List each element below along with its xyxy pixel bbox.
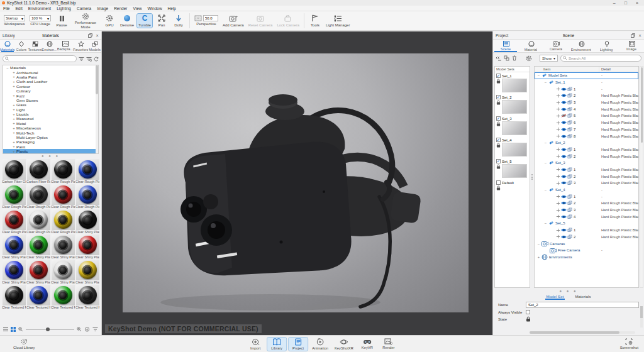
collapse-all-icon[interactable] (496, 56, 501, 61)
scene-row-3[interactable]: 3Hard Rough Plastic Black #2 (535, 180, 638, 187)
dock-render-button[interactable]: Render (379, 338, 398, 350)
expander-icon[interactable]: + (11, 94, 16, 97)
model-set-set_2[interactable]: ✓Set_2 (495, 94, 530, 115)
model-set-name-input[interactable] (526, 302, 639, 308)
lock-icon[interactable] (496, 79, 501, 84)
scene-row-1[interactable]: 1Hard Rough Plastic Black #2 (535, 146, 638, 153)
material-thumbnail[interactable]: Clear Rough Plast... (75, 184, 99, 209)
scene-row-2[interactable]: 2Hard Rough Plastic Black #1 (535, 234, 638, 241)
close-panel-icon[interactable]: × (638, 33, 641, 38)
menu-edit[interactable]: Edit (15, 6, 22, 11)
expander-icon[interactable]: − (543, 141, 548, 145)
material-thumbnail[interactable]: Clear Shiny Plasti... (2, 234, 26, 259)
expander-icon[interactable]: − (543, 221, 548, 225)
model-set-checkbox[interactable]: ✓ (496, 116, 501, 121)
scene-row-6[interactable]: 6Hard Rough Plastic Black #2 (535, 119, 638, 126)
scene-row-8[interactable]: 8Hard Rough Plastic Black #1 (535, 133, 638, 140)
material-thumbnail[interactable]: Clear Rough Plast... (2, 209, 26, 234)
dock-project-button[interactable]: Project (289, 338, 308, 351)
tree-item-liquids[interactable]: +Liquids (3, 112, 98, 116)
expander-icon[interactable]: + (11, 103, 16, 107)
scene-row-2[interactable]: 2Hard Rough Plastic Black #2 (535, 92, 638, 99)
settings-gear-icon[interactable] (526, 55, 532, 62)
material-thumbnail[interactable]: Carbon Fiber Glo... (2, 159, 26, 184)
scene-row-set-4[interactable]: −Set_4- (535, 187, 638, 194)
scene-row-3[interactable]: 3Hard Rough Plastic Black #2 (535, 207, 638, 214)
library-splitter-handle[interactable]: ● ● ● (0, 155, 101, 158)
horizontal-scrollbar[interactable] (530, 331, 635, 334)
material-thumbnail[interactable]: Clear Shiny Plasti... (51, 234, 75, 259)
scene-row-7[interactable]: 7Hard Rough Plastic Black #2 (535, 126, 638, 133)
lock-icon[interactable] (496, 143, 501, 148)
model-set-checkbox[interactable]: ✓ (496, 95, 501, 99)
expander-icon[interactable]: + (11, 145, 16, 148)
light-manager-button[interactable]: Light Manager (325, 14, 351, 28)
expander-icon[interactable]: + (11, 150, 16, 153)
dock-animation-button[interactable]: Animation (310, 338, 330, 351)
library-tab-favorites[interactable]: Favorites (73, 40, 88, 52)
cpu-usage-dropdown[interactable]: 100 % ▾ (30, 15, 51, 21)
scene-row-4[interactable]: 4Hard Rough Plastic Black #2 (535, 213, 638, 220)
material-thumbnail[interactable]: Carbon Fiber Rou... (26, 159, 50, 184)
scene-row-2[interactable]: 2Hard Rough Plastic Black #2 (535, 153, 638, 160)
lock-icon[interactable] (496, 100, 501, 105)
tree-item-light[interactable]: +Light (3, 107, 98, 112)
lock-camera-button[interactable]: Lock Camera (275, 14, 301, 28)
scene-row-5[interactable]: 5Hard Rough Plastic Black #2 (535, 113, 638, 119)
model-set-checkbox[interactable]: ✓ (496, 159, 501, 163)
menu-window[interactable]: Window (147, 6, 162, 11)
expander-icon[interactable]: + (11, 75, 16, 79)
tools-button[interactable]: Tools (308, 14, 323, 28)
scene-row-1[interactable]: 1- (535, 85, 638, 92)
model-set-checkbox[interactable]: ✓ (496, 74, 501, 78)
dock-keyshotxr-button[interactable]: KeyShotXR (333, 338, 355, 351)
library-tab-materials[interactable]: Materials (0, 40, 15, 52)
expander-icon[interactable]: − (5, 66, 10, 70)
download-icon[interactable] (84, 327, 90, 333)
tree-item-culinary[interactable]: Culinary (3, 89, 98, 93)
model-sets-splitter[interactable] (531, 66, 533, 288)
reset-camera-button[interactable]: Reset Camera (247, 14, 274, 28)
expander-icon[interactable]: − (536, 74, 541, 77)
project-tab-scene[interactable]: Scene (493, 40, 518, 52)
material-thumbnail[interactable]: Clear Shiny Plasti... (26, 260, 50, 284)
expander-icon[interactable]: + (11, 80, 16, 84)
scene-row-set-1[interactable]: −Set_1- (535, 79, 638, 86)
material-thumbnail[interactable]: Clear Textured Pl... (2, 285, 26, 309)
expander-icon[interactable]: + (11, 140, 16, 144)
tree-item-multi-layer-optics[interactable]: Multi-Layer Optics (3, 135, 98, 140)
pause-button[interactable]: Pause (54, 14, 69, 28)
scene-row-model-sets[interactable]: −Model Sets- (535, 72, 638, 79)
cloud-library-button[interactable]: Cloud Library (11, 338, 36, 350)
expander-icon[interactable]: + (11, 117, 16, 121)
zoom-in-icon[interactable] (77, 327, 82, 332)
menu-lighting[interactable]: Lighting (57, 6, 71, 11)
scene-row-set-5[interactable]: −Set_5 (535, 220, 638, 227)
tree-item-miscellaneous[interactable]: +Miscellaneous (3, 126, 98, 130)
menu-render[interactable]: Render (114, 6, 127, 11)
group-items-icon[interactable] (504, 55, 509, 61)
expander-icon[interactable]: − (543, 80, 548, 84)
lock-icon[interactable] (496, 164, 501, 169)
tree-item-glass[interactable]: +Glass (3, 102, 98, 107)
expander-icon[interactable]: + (11, 131, 16, 135)
scene-row-1[interactable]: 1Hard Rough Plastic Black #1 (535, 227, 638, 234)
expander-icon[interactable]: − (536, 242, 541, 246)
filter-tree-icon[interactable] (86, 57, 92, 62)
tree-item-metal[interactable]: +Metal (3, 121, 98, 126)
scene-row-1[interactable]: 1- (535, 193, 638, 200)
dock-import-button[interactable]: Import (246, 338, 265, 351)
project-tab-environment[interactable]: Environment (569, 40, 594, 52)
performance-mode-button[interactable]: Performance Mode (71, 11, 100, 30)
tree-item-realcloth[interactable]: +RealCloth (3, 153, 98, 154)
material-thumbnail[interactable]: Clear Textured Pl... (26, 285, 50, 309)
pan-button[interactable]: Pan (154, 14, 169, 28)
import-filter-icon[interactable] (92, 327, 98, 332)
model-set-checkbox[interactable]: ✓ (496, 138, 501, 142)
project-tab-material[interactable]: Material (518, 40, 543, 52)
model-set-set_3[interactable]: ✓Set_3 (495, 115, 530, 136)
float-panel-icon[interactable] (88, 33, 92, 38)
library-tab-backpla[interactable]: Backpla... (57, 40, 73, 52)
maximize-button[interactable]: □ (625, 1, 627, 5)
close-panel-icon[interactable]: × (96, 33, 99, 38)
